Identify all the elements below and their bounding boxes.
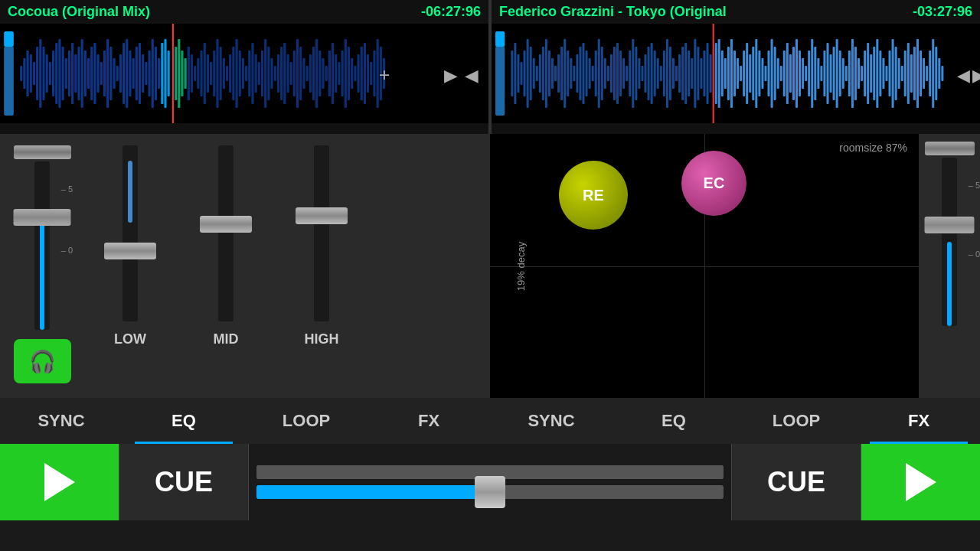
headphone-button[interactable]: 🎧	[14, 339, 71, 383]
svg-rect-124	[514, 43, 516, 104]
left-play-button[interactable]	[0, 444, 119, 520]
svg-rect-3	[20, 66, 22, 81]
svg-rect-183	[697, 47, 699, 100]
left-volume-fader[interactable]: – 5 – 0 🎧	[4, 142, 80, 390]
svg-rect-107	[354, 66, 356, 81]
left-cue-button[interactable]: CUE	[119, 444, 249, 520]
svg-rect-249	[901, 66, 903, 81]
svg-rect-156	[613, 47, 616, 100]
svg-rect-200	[749, 54, 751, 93]
svg-rect-165	[641, 66, 643, 81]
fx-ball-ec[interactable]: EC	[681, 151, 746, 216]
left-tab-fx[interactable]: FX	[368, 398, 490, 444]
eq-low-track[interactable]	[122, 145, 138, 321]
svg-rect-24	[87, 58, 90, 89]
svg-rect-155	[610, 54, 612, 93]
right-panel: roomsize 87% 19% decay RE EC	[490, 134, 980, 398]
svg-rect-135	[548, 51, 550, 96]
svg-rect-152	[601, 47, 603, 100]
left-tab-sync[interactable]: SYNC	[0, 398, 122, 444]
svg-rect-12	[49, 62, 51, 85]
svg-rect-69	[232, 47, 234, 100]
svg-rect-203	[758, 51, 760, 96]
svg-rect-126	[520, 62, 522, 85]
svg-rect-232	[848, 51, 851, 96]
svg-rect-88	[293, 51, 296, 96]
eq-mid-track[interactable]	[218, 145, 234, 321]
svg-rect-72	[242, 58, 244, 89]
svg-rect-188	[713, 24, 714, 123]
svg-rect-256	[923, 58, 925, 89]
volume-track[interactable]: – 5 – 0	[34, 161, 50, 330]
svg-rect-16	[62, 47, 64, 100]
right-play-button[interactable]	[861, 444, 980, 520]
svg-rect-195	[733, 51, 736, 96]
svg-rect-220	[811, 39, 813, 108]
svg-rect-40	[139, 43, 141, 104]
crossfader-section[interactable]	[249, 465, 731, 499]
svg-rect-4	[23, 58, 25, 89]
right-waveform-area[interactable]: ◀ ▶	[492, 24, 980, 123]
left-tab-eq[interactable]: EQ	[122, 398, 245, 444]
svg-rect-129	[530, 47, 532, 100]
svg-rect-36	[126, 39, 128, 108]
svg-rect-35	[122, 43, 125, 104]
left-waveform-area[interactable]: + ▶ ◀	[0, 24, 488, 123]
svg-rect-145	[579, 47, 581, 100]
svg-rect-184	[700, 58, 702, 89]
svg-rect-142	[570, 58, 572, 89]
right-tab-eq[interactable]: EQ	[612, 398, 735, 444]
svg-rect-74	[248, 51, 250, 96]
right-tab-sync[interactable]: SYNC	[490, 398, 612, 444]
svg-rect-227	[833, 47, 835, 100]
svg-text:+: +	[379, 64, 390, 84]
svg-rect-260	[935, 47, 937, 100]
right-tab-fx[interactable]: FX	[858, 398, 980, 444]
svg-rect-215	[795, 39, 798, 108]
svg-rect-96	[318, 51, 321, 96]
svg-rect-241	[876, 39, 878, 108]
left-tab-loop[interactable]: LOOP	[245, 398, 368, 444]
svg-rect-201	[752, 47, 754, 100]
svg-rect-85	[283, 43, 286, 104]
svg-rect-233	[851, 39, 854, 108]
svg-rect-174	[669, 47, 671, 100]
eq-mid[interactable]: MID	[180, 142, 272, 390]
svg-rect-176	[675, 66, 678, 81]
decay-label: 19% decay	[515, 241, 527, 290]
svg-rect-20	[74, 54, 77, 93]
svg-rect-45	[155, 47, 157, 100]
svg-rect-95	[315, 39, 318, 108]
fx-pad[interactable]: roomsize 87% 19% decay RE EC	[490, 134, 919, 398]
svg-rect-90	[299, 47, 302, 100]
right-volume-fader[interactable]: – 5 – 0	[919, 134, 980, 398]
svg-rect-6	[30, 54, 32, 93]
svg-rect-236	[861, 66, 863, 81]
fx-ball-re[interactable]: RE	[559, 161, 628, 230]
crossfader-main[interactable]	[256, 485, 724, 499]
svg-rect-15	[58, 39, 60, 108]
eq-high-track[interactable]	[314, 145, 329, 321]
eq-low[interactable]: LOW	[84, 142, 176, 390]
right-play-icon	[906, 463, 936, 501]
svg-rect-240	[873, 47, 875, 100]
svg-rect-75	[251, 43, 253, 104]
svg-rect-194	[730, 39, 733, 108]
eq-high[interactable]: HIGH	[276, 142, 368, 390]
svg-rect-133	[542, 47, 544, 100]
svg-rect-91	[302, 58, 305, 89]
svg-rect-131	[536, 66, 538, 81]
right-cue-button[interactable]: CUE	[731, 444, 861, 520]
svg-rect-167	[648, 47, 650, 100]
svg-rect-132	[539, 54, 541, 93]
right-tab-loop[interactable]: LOOP	[735, 398, 858, 444]
svg-rect-250	[904, 51, 906, 96]
svg-rect-41	[142, 54, 144, 93]
svg-rect-127	[524, 51, 526, 96]
svg-rect-104	[345, 39, 347, 108]
svg-rect-17	[65, 58, 67, 89]
svg-rect-198	[743, 51, 745, 96]
svg-rect-229	[839, 51, 841, 96]
svg-rect-38	[132, 58, 135, 89]
svg-rect-180	[688, 51, 690, 96]
